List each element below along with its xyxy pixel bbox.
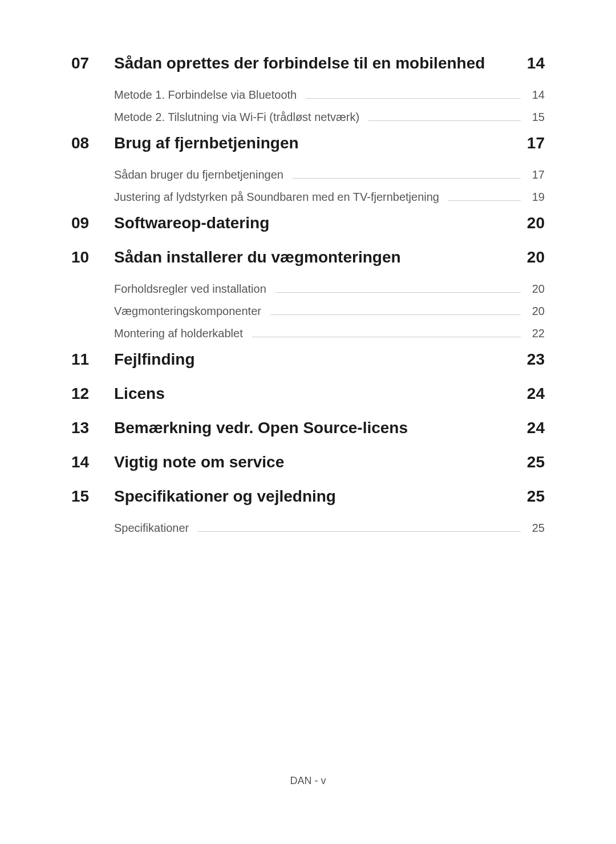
section-number: 12 xyxy=(71,385,114,403)
sub-page: 15 xyxy=(528,111,545,124)
section-page: 20 xyxy=(522,248,545,266)
sub-page: 20 xyxy=(528,305,545,318)
toc-section-header[interactable]: 11 Fejlfinding 23 xyxy=(71,350,545,369)
toc-section-header[interactable]: 14 Vigtig note om service 25 xyxy=(71,453,545,471)
leader-line xyxy=(448,200,521,201)
sub-title: Metode 1. Forbindelse via Bluetooth xyxy=(114,88,297,102)
section-page: 25 xyxy=(522,487,545,506)
toc-sub-row[interactable]: Forholdsregler ved installation 20 xyxy=(114,282,545,296)
toc-section-header[interactable]: 07 Sådan oprettes der forbindelse til en… xyxy=(71,54,545,72)
section-number: 07 xyxy=(71,54,114,72)
toc-sub-row[interactable]: Specifikationer 25 xyxy=(114,522,545,535)
leader-line xyxy=(252,337,521,337)
sub-page: 20 xyxy=(528,282,545,296)
toc-section: 12 Licens 24 xyxy=(71,385,545,403)
section-title: Bemærkning vedr. Open Source-licens xyxy=(114,419,522,437)
sub-items: Specifikationer 25 xyxy=(71,522,545,535)
section-number: 15 xyxy=(71,487,114,506)
toc-sub-row[interactable]: Sådan bruger du fjernbetjeningen 17 xyxy=(114,168,545,181)
sub-page: 17 xyxy=(528,168,545,181)
section-title: Specifikationer og vejledning xyxy=(114,487,522,506)
sub-items: Forholdsregler ved installation 20 Vægmo… xyxy=(71,282,545,340)
sub-page: 25 xyxy=(528,522,545,535)
toc-section-header[interactable]: 15 Specifikationer og vejledning 25 xyxy=(71,487,545,506)
section-number: 10 xyxy=(71,248,114,266)
sub-title: Sådan bruger du fjernbetjeningen xyxy=(114,168,283,181)
toc-section-header[interactable]: 10 Sådan installerer du vægmonteringen 2… xyxy=(71,248,545,266)
toc-content: 07 Sådan oprettes der forbindelse til en… xyxy=(0,0,616,535)
section-page: 24 xyxy=(522,385,545,403)
section-title: Licens xyxy=(114,385,522,403)
toc-sub-row[interactable]: Metode 1. Forbindelse via Bluetooth 14 xyxy=(114,88,545,102)
toc-section: 07 Sådan oprettes der forbindelse til en… xyxy=(71,54,545,124)
toc-sub-row[interactable]: Vægmonteringskomponenter 20 xyxy=(114,305,545,318)
toc-sub-row[interactable]: Justering af lydstyrken på Soundbaren me… xyxy=(114,191,545,204)
section-title: Softwareop-datering xyxy=(114,214,522,232)
section-page: 25 xyxy=(522,453,545,471)
sub-title: Forholdsregler ved installation xyxy=(114,282,266,296)
sub-items: Metode 1. Forbindelse via Bluetooth 14 M… xyxy=(71,88,545,124)
section-page: 14 xyxy=(522,54,545,72)
section-number: 09 xyxy=(71,214,114,232)
sub-items: Sådan bruger du fjernbetjeningen 17 Just… xyxy=(71,168,545,204)
toc-section: 11 Fejlfinding 23 xyxy=(71,350,545,369)
sub-title: Specifikationer xyxy=(114,522,189,535)
sub-title: Metode 2. Tilslutning via Wi-Fi (trådløs… xyxy=(114,111,359,124)
toc-section: 08 Brug af fjernbetjeningen 17 Sådan bru… xyxy=(71,134,545,204)
leader-line xyxy=(275,292,521,293)
sub-title: Montering af holderkablet xyxy=(114,327,243,340)
section-page: 20 xyxy=(522,214,545,232)
sub-title: Justering af lydstyrken på Soundbaren me… xyxy=(114,191,439,204)
section-title: Sådan oprettes der forbindelse til en mo… xyxy=(114,54,522,72)
toc-sub-row[interactable]: Montering af holderkablet 22 xyxy=(114,327,545,340)
sub-title: Vægmonteringskomponenter xyxy=(114,305,261,318)
section-page: 17 xyxy=(522,134,545,152)
section-title: Brug af fjernbetjeningen xyxy=(114,134,522,152)
section-number: 08 xyxy=(71,134,114,152)
toc-section: 14 Vigtig note om service 25 xyxy=(71,453,545,471)
toc-section: 13 Bemærkning vedr. Open Source-licens 2… xyxy=(71,419,545,437)
page-footer: DAN - v xyxy=(0,775,616,787)
section-title: Fejlfinding xyxy=(114,350,522,369)
section-title: Vigtig note om service xyxy=(114,453,522,471)
section-number: 13 xyxy=(71,419,114,437)
leader-line xyxy=(198,531,521,532)
leader-line xyxy=(306,98,521,99)
toc-section-header[interactable]: 12 Licens 24 xyxy=(71,385,545,403)
toc-section: 10 Sådan installerer du vægmonteringen 2… xyxy=(71,248,545,340)
toc-sub-row[interactable]: Metode 2. Tilslutning via Wi-Fi (trådløs… xyxy=(114,111,545,124)
leader-line xyxy=(293,178,521,179)
sub-page: 19 xyxy=(528,191,545,204)
section-number: 11 xyxy=(71,350,114,369)
section-number: 14 xyxy=(71,453,114,471)
toc-section-header[interactable]: 08 Brug af fjernbetjeningen 17 xyxy=(71,134,545,152)
section-page: 23 xyxy=(522,350,545,369)
leader-line xyxy=(270,314,521,315)
toc-section: 15 Specifikationer og vejledning 25 Spec… xyxy=(71,487,545,535)
toc-section-header[interactable]: 13 Bemærkning vedr. Open Source-licens 2… xyxy=(71,419,545,437)
leader-line xyxy=(368,120,521,121)
section-page: 24 xyxy=(522,419,545,437)
toc-section-header[interactable]: 09 Softwareop-datering 20 xyxy=(71,214,545,232)
sub-page: 22 xyxy=(528,327,545,340)
section-title: Sådan installerer du vægmonteringen xyxy=(114,248,522,266)
toc-section: 09 Softwareop-datering 20 xyxy=(71,214,545,232)
sub-page: 14 xyxy=(528,88,545,102)
